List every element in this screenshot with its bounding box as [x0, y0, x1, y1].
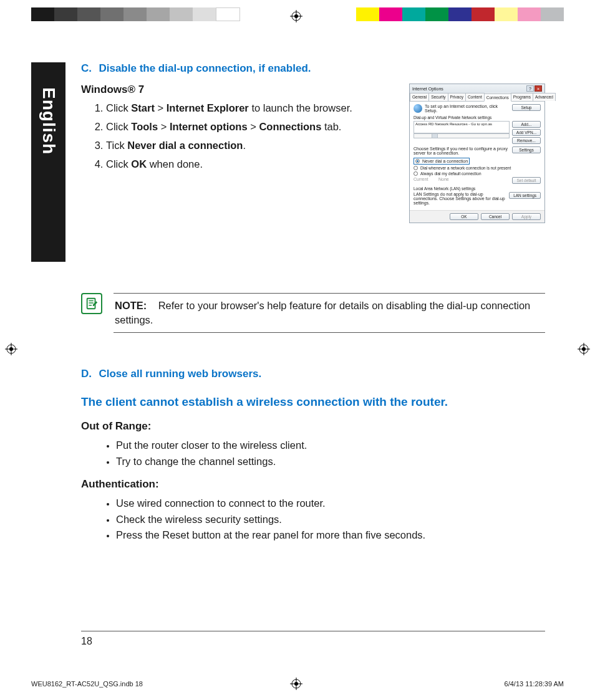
help-icon[interactable]: ? — [526, 85, 534, 92]
radio-dial-whenever[interactable] — [414, 166, 418, 170]
settings-button[interactable]: Settings — [512, 146, 541, 153]
lower-content: D. Close all running web browsers. The c… — [81, 368, 545, 552]
note-text: NOTE: Refer to your browser's help featu… — [114, 293, 545, 333]
page-number: 18 — [81, 636, 92, 647]
tab-advanced[interactable]: Advanced — [533, 93, 556, 101]
add-vpn-button[interactable]: Add VPN... — [512, 129, 541, 136]
lan-settings-button[interactable]: LAN settings — [509, 192, 541, 199]
imprint-datetime: 6/4/13 11:28:39 AM — [505, 680, 564, 688]
section-c-letter: C. — [81, 62, 96, 75]
steps-list: Click Start > Internet Explorer to launc… — [81, 101, 374, 172]
imprint-file: WEU8162_RT-AC52U_QSG.indb 18 — [31, 680, 143, 688]
step-item: Tick Never dial a connection. — [106, 138, 374, 153]
registration-mark-icon — [578, 343, 590, 355]
scrollbar[interactable] — [414, 133, 510, 138]
radio-always-dial[interactable] — [414, 171, 418, 176]
close-icon[interactable]: × — [535, 85, 542, 92]
note-block: NOTE: Refer to your browser's help featu… — [81, 293, 545, 333]
list-item: Try to change the channel settings. — [116, 454, 545, 470]
page-rule — [81, 631, 545, 631]
language-label: English — [39, 87, 59, 155]
radio-always-label: Always dial my default connection — [420, 171, 481, 176]
auth-list: Use wired connection to connect to the r… — [81, 496, 545, 544]
registration-mark-icon — [5, 343, 17, 355]
radio-whenever-label: Dial whenever a network connection is no… — [420, 166, 511, 170]
section-c-title: Disable the dial-up connection, if enabl… — [99, 62, 311, 74]
lan-text: LAN Settings do not apply to dial-up con… — [414, 192, 506, 205]
setup-text: To set up an Internet connection, click … — [425, 104, 510, 113]
cancel-button[interactable]: Cancel — [481, 213, 510, 220]
dialog-footer: OK Cancel Apply — [410, 210, 544, 223]
list-item: Use wired connection to connect to the r… — [116, 496, 545, 512]
current-label: Current — [414, 177, 436, 181]
set-default-button[interactable]: Set default — [512, 177, 541, 184]
window-buttons: ?× — [526, 85, 542, 92]
section-c-heading: C. Disable the dial-up connection, if en… — [81, 62, 545, 75]
dialog-title: Internet Options — [412, 87, 443, 91]
remove-button[interactable]: Remove... — [512, 137, 541, 144]
apply-button[interactable]: Apply — [512, 213, 541, 220]
language-tab: English — [31, 62, 65, 262]
connections-listbox[interactable]: Access RD Network Resources - Go to vpn.… — [414, 121, 510, 133]
dialup-group-label: Dial-up and Virtual Private Network sett… — [414, 115, 541, 120]
radio-never-dial[interactable] — [415, 159, 420, 163]
tab-connections[interactable]: Connections — [484, 93, 511, 102]
proxy-text: Choose Settings if you need to configure… — [414, 146, 510, 155]
step-item: Click OK when done. — [106, 157, 374, 172]
never-dial-highlight: Never dial a connection — [414, 158, 470, 165]
globe-icon — [414, 104, 422, 113]
troubleshoot-heading: The client cannot establish a wireless c… — [81, 395, 545, 409]
registration-mark-icon — [290, 10, 302, 22]
dialog-body: To set up an Internet connection, click … — [410, 102, 544, 210]
auth-heading: Authentication: — [81, 478, 545, 491]
tab-privacy[interactable]: Privacy — [448, 93, 466, 101]
lan-group-label: Local Area Network (LAN) settings — [414, 186, 541, 191]
out-of-range-heading: Out of Range: — [81, 420, 545, 433]
section-d-letter: D. — [81, 368, 96, 380]
setup-button[interactable]: Setup — [512, 104, 541, 111]
note-body: Refer to your browser's help feature for… — [115, 300, 530, 325]
out-of-range-list: Put the router closer to the wireless cl… — [81, 438, 545, 469]
step-item: Click Start > Internet Explorer to launc… — [106, 101, 374, 116]
dialog-titlebar: Internet Options ?× — [410, 84, 544, 93]
ok-button[interactable]: OK — [450, 213, 478, 220]
add-button[interactable]: Add... — [512, 121, 541, 128]
note-icon — [81, 293, 102, 314]
tab-programs[interactable]: Programs — [511, 93, 533, 101]
note-label: NOTE: — [115, 300, 147, 311]
tab-content[interactable]: Content — [465, 93, 485, 101]
main-content: C. Disable the dial-up connection, if en… — [81, 62, 545, 176]
current-value: None — [438, 177, 510, 181]
list-item: Check the wireless security settings. — [116, 512, 545, 528]
tab-security[interactable]: Security — [428, 93, 448, 101]
dialog-tabs: General Security Privacy Content Connect… — [410, 93, 544, 102]
imprint-footer: WEU8162_RT-AC52U_QSG.indb 18 6/4/13 11:2… — [31, 680, 564, 688]
svg-rect-16 — [87, 299, 95, 309]
section-d-heading: D. Close all running web browsers. — [81, 368, 545, 380]
section-d-title: Close all running web browsers. — [99, 368, 261, 380]
radio-never-label: Never dial a connection — [422, 159, 468, 163]
list-item: Put the router closer to the wireless cl… — [116, 438, 545, 454]
tab-general[interactable]: General — [410, 93, 429, 101]
list-item: Press the Reset button at the rear panel… — [116, 527, 545, 544]
internet-options-dialog: Internet Options ?× General Security Pri… — [409, 84, 545, 223]
step-item: Click Tools > Internet options > Connect… — [106, 120, 374, 135]
